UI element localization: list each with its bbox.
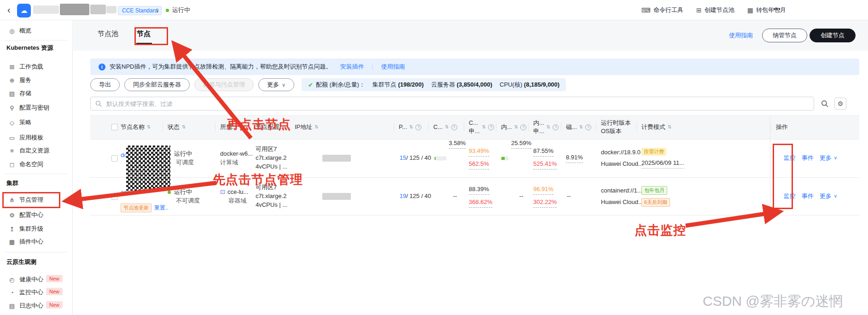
column-header-status[interactable]: 状态⇅	[168, 115, 216, 139]
top-bar-actions: ⌨命令行工具⊞创建节点池▦转包年包月	[641, 0, 786, 20]
cell-ops: 监控事件更多∨	[776, 139, 845, 177]
sort-icon[interactable]: ⇅	[547, 125, 550, 129]
events-link[interactable]: 事件	[802, 154, 814, 163]
column-header-label: P...	[399, 123, 407, 131]
sort-icon[interactable]: ⇅	[579, 125, 583, 129]
export-button[interactable]: 导出	[90, 78, 120, 91]
sidebar-item-namespaces[interactable]: ◻命名空间	[0, 158, 73, 171]
new-badge: New	[46, 288, 63, 295]
column-header-cpu[interactable]: C...⇅?	[433, 115, 466, 139]
cpu-usage-bar	[434, 157, 446, 160]
column-header-mem[interactable]: 内...⇅?	[501, 115, 531, 139]
install-addon-link[interactable]: 安装插件	[340, 63, 364, 71]
tab-nodes[interactable]: 节点	[137, 29, 151, 38]
help-icon[interactable]: ?	[520, 124, 526, 130]
check-icon: ✔	[308, 82, 313, 88]
annotation-step-tab: 再点击节点	[227, 116, 291, 133]
header-separator	[496, 122, 496, 132]
sidebar-item-config-center[interactable]: ⚙配置中心	[0, 209, 73, 222]
more-actions-button[interactable]: ⋯	[773, 5, 781, 13]
column-header-name[interactable]: 节点名称⇅	[121, 115, 169, 139]
banner-guide-link[interactable]: 使用指南	[381, 63, 405, 71]
pods-current[interactable]: 19	[400, 192, 406, 201]
pods-current[interactable]: 15	[400, 154, 406, 163]
sidebar-item-addon-center[interactable]: ▦插件中心	[0, 235, 73, 248]
sidebar-item-workloads[interactable]: ⊞工作负载	[0, 60, 73, 73]
create-node-button[interactable]: 创建节点	[810, 29, 856, 42]
column-header-billing[interactable]: 计费模式⇅	[641, 115, 697, 139]
help-icon[interactable]: ?	[585, 124, 591, 130]
sort-icon[interactable]: ⇅	[482, 125, 486, 129]
sidebar-item-cluster-upgrade[interactable]: ↥集群升级	[0, 222, 73, 235]
sort-icon[interactable]: ⇅	[409, 125, 413, 129]
node-config-line: 4vCPUs | ...	[256, 163, 292, 171]
sidebar-item-templates[interactable]: ▭应用模板	[0, 131, 73, 144]
sidebar-item-label: 应用模板	[19, 134, 43, 142]
top-action-create-node-pool[interactable]: ⊞创建节点池	[696, 6, 734, 14]
search-input[interactable]	[105, 100, 814, 108]
more-link[interactable]: 更多	[820, 154, 832, 163]
sidebar-item-label: 命名空间	[19, 160, 43, 169]
accept-node-button[interactable]: 纳管节点	[762, 29, 807, 42]
sort-icon[interactable]: ⇅	[445, 125, 449, 129]
column-header-ip[interactable]: IP地址⇅	[295, 115, 392, 139]
column-header-cpu_req[interactable]: C...申...⇅?	[469, 115, 499, 139]
sort-icon[interactable]: ⇅	[147, 125, 151, 129]
sidebar-item-label: 监控中心	[19, 288, 43, 297]
column-header-label: 内...申...	[533, 119, 544, 135]
sidebar-item-overview[interactable]: ◎概览	[0, 24, 73, 37]
log-icon: ▤	[8, 303, 16, 309]
sidebar-item-storage[interactable]: ▤存储	[0, 87, 73, 100]
sidebar-item-services[interactable]: ⊕服务	[0, 74, 73, 87]
help-icon[interactable]: ?	[451, 124, 457, 130]
globe-icon: ⊕	[8, 77, 16, 84]
reset-link[interactable]: 重置..	[154, 204, 169, 212]
column-header-label: IP地址	[295, 123, 312, 131]
header-separator	[163, 122, 163, 132]
usage-guide-link[interactable]: 使用指南	[729, 31, 753, 40]
back-icon[interactable]: ‹	[7, 4, 11, 15]
top-action-cli[interactable]: ⌨命令行工具	[641, 6, 683, 14]
column-header-label: 状态	[168, 123, 180, 131]
node-pool-name: cce-lu...	[227, 188, 249, 197]
cell-check	[111, 139, 120, 177]
sidebar-item-policies[interactable]: ◇策略	[0, 116, 73, 129]
sidebar-item-node-management[interactable]: ⋔节点管理	[0, 193, 73, 206]
help-icon[interactable]: ?	[415, 124, 421, 130]
search-icon	[95, 100, 102, 107]
sync-servers-button[interactable]: 同步全部云服务器	[124, 78, 190, 91]
help-icon[interactable]: ?	[488, 124, 494, 130]
quota-item-value: (198/200)	[398, 81, 424, 88]
labels-taints-button[interactable]: 标签与污点管理	[194, 78, 254, 91]
row-checkbox[interactable]	[111, 155, 118, 162]
select-all-checkbox[interactable]	[111, 124, 118, 130]
row-checkbox[interactable]	[111, 193, 118, 200]
sidebar-item-config-secrets[interactable]: ⚲配置与密钥	[0, 101, 73, 114]
header-separator	[636, 122, 637, 132]
tab-node-pools[interactable]: 节点池	[98, 29, 118, 38]
help-icon[interactable]: ?	[553, 124, 559, 130]
sort-icon[interactable]: ⇅	[315, 125, 318, 129]
more-dropdown-button[interactable]: 更多 ∨	[258, 78, 294, 91]
sort-icon[interactable]: ⇅	[514, 125, 518, 129]
sidebar-item-custom-resources[interactable]: ≡自定义资源	[0, 144, 73, 157]
billing-mode-tag: 按需计费	[641, 148, 666, 156]
node-name-tags: 节点池更新重置..	[121, 204, 169, 212]
column-header-disk[interactable]: 磁...⇅?	[566, 115, 598, 139]
monitor-link[interactable]: 监控	[784, 192, 796, 201]
sort-icon[interactable]: ⇅	[182, 125, 186, 129]
events-link[interactable]: 事件	[802, 192, 814, 201]
sort-icon[interactable]: ⇅	[668, 125, 671, 129]
cell-ip	[295, 139, 392, 177]
runtime-version: containerd://1...	[601, 187, 641, 195]
more-link[interactable]: 更多	[820, 192, 832, 201]
more-dropdown-label: 更多	[267, 81, 279, 89]
search-submit-icon[interactable]	[819, 98, 831, 110]
billing-mode-tag: 包年包月	[641, 186, 667, 195]
column-header-mem_req[interactable]: 内...申...⇅?	[533, 115, 565, 139]
column-header-label: 节点名称	[121, 123, 145, 131]
chevron-down-icon[interactable]: ∨	[156, 8, 159, 14]
table-settings-button[interactable]: ⚙	[834, 98, 846, 110]
monitor-link[interactable]: 监控	[784, 154, 796, 163]
column-header-pods[interactable]: P...⇅?	[399, 115, 432, 139]
